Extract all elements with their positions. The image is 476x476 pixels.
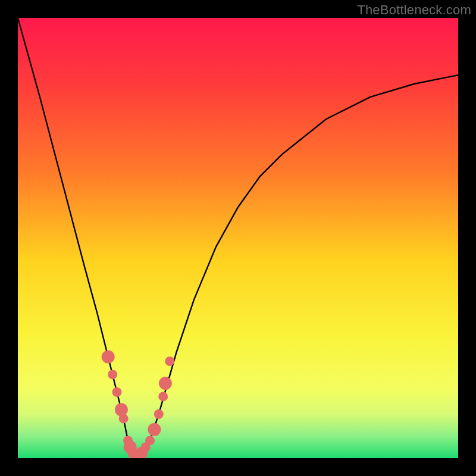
data-marker (158, 392, 168, 401)
data-marker (145, 436, 155, 445)
data-marker (115, 403, 128, 416)
plot-area (18, 18, 458, 458)
watermark-text: TheBottleneck.com (357, 2, 471, 18)
data-marker (154, 409, 164, 419)
chart-frame: TheBottleneck.com (0, 0, 476, 476)
data-marker (102, 350, 115, 364)
data-marker (108, 369, 117, 379)
data-marker (119, 414, 129, 423)
data-marker (148, 423, 161, 436)
data-marker (159, 377, 172, 390)
data-marker (165, 356, 174, 366)
data-marker (112, 387, 122, 397)
bottleneck-curve (18, 18, 458, 458)
